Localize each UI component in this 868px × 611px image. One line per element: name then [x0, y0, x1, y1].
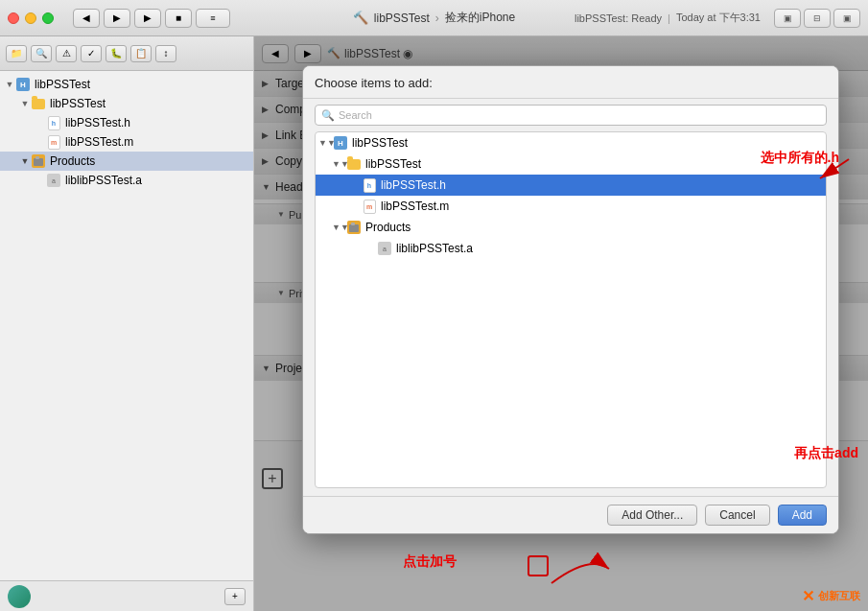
dialog-arrow-libfolder: ▼ — [335, 158, 346, 170]
products-icon — [31, 153, 46, 169]
sidebar-label-root: libPSSTest — [35, 78, 249, 91]
dialog-label-m-file: libPSSTest.m — [381, 200, 820, 213]
titlebar-center: 🔨 libPSSTest › 捡来的iPhone — [353, 10, 515, 26]
dialog-overlay: Choose items to add: 🔍 Search ▼ H — [254, 36, 868, 611]
titlebar-controls: ◀ ▶ ▶ ■ ≡ — [73, 9, 230, 28]
sidebar-toolbar: 📁 🔍 ⚠ ✓ 🐛 📋 ↕ — [0, 36, 253, 71]
search-placeholder: Search — [339, 109, 820, 121]
watermark: ✕ 创新互联 — [802, 587, 860, 605]
dialog-item-libfolder[interactable]: ▼ libPSSTest — [316, 153, 826, 175]
back-button[interactable]: ◀ — [73, 9, 100, 28]
sidebar-item-m-file[interactable]: m libPSSTest.m — [0, 132, 253, 152]
center-panel-toggle[interactable]: ⊟ — [804, 9, 831, 28]
search-icon: 🔍 — [321, 109, 335, 122]
dialog-item-m-file[interactable]: m libPSSTest.m — [316, 196, 826, 217]
dialog-project-icon: H — [333, 135, 348, 151]
dialog-products-icon — [346, 220, 362, 235]
h-file-icon: h — [46, 115, 61, 130]
svg-rect-1 — [35, 156, 39, 159]
cancel-button[interactable]: Cancel — [705, 505, 769, 526]
sidebar-item-h-file[interactable]: h libPSSTest.h — [0, 113, 253, 132]
sidebar-item-libfolder[interactable]: libPSSTest — [0, 94, 253, 113]
sidebar-label-products: Products — [50, 154, 249, 168]
stop-button[interactable]: ■ — [165, 9, 192, 28]
dialog-h-file-icon: h — [362, 177, 377, 193]
dialog-lib-icon: a — [377, 241, 392, 256]
add-other-button[interactable]: Add Other... — [607, 505, 697, 526]
folder-icon — [31, 96, 46, 111]
xcode-icon: 🔨 — [353, 11, 368, 25]
dialog-label-lib-a: liblibPSSTest.a — [396, 242, 820, 255]
sidebar-label-lib-a: liblibPSSTest.a — [65, 174, 249, 187]
dialog-item-h-file[interactable]: h libPSSTest.h — [316, 175, 826, 196]
sidebar-add-btn[interactable]: + — [224, 588, 246, 605]
lib-file-icon: a — [46, 173, 61, 188]
forward-button[interactable]: ▶ — [104, 9, 130, 28]
traffic-lights — [8, 12, 54, 24]
svg-rect-3 — [351, 223, 355, 225]
dialog-title: Choose items to add: — [315, 76, 433, 90]
status-bar: libPSSTest: Ready | Today at 下午3:31 ▣ ⊟ … — [575, 9, 860, 28]
status-ready-text: libPSSTest: Ready — [575, 12, 662, 24]
dialog-label-products: Products — [365, 221, 820, 234]
search-btn[interactable]: 🔍 — [31, 45, 52, 62]
add-button[interactable]: Add — [778, 505, 827, 526]
sidebar-item-products[interactable]: Products — [0, 152, 253, 171]
dialog-arrow-products: ▼ — [335, 222, 346, 233]
avatar — [8, 585, 31, 608]
close-button[interactable] — [8, 12, 19, 24]
sidebar-bottom: + — [0, 580, 253, 611]
tree-arrow-libfolder — [19, 98, 31, 109]
right-panel-toggle[interactable]: ▣ — [833, 9, 860, 28]
tree-arrow-products — [19, 155, 31, 167]
dialog-label-root: libPSSTest — [352, 136, 820, 150]
dialog-item-products[interactable]: ▼ Products — [316, 217, 826, 238]
dialog-label-libfolder: libPSSTest — [365, 157, 820, 171]
dialog-item-root[interactable]: ▼ H libPSSTest — [316, 132, 826, 153]
device-title: 捡来的iPhone — [445, 10, 515, 26]
chevron-icon: › — [435, 12, 439, 25]
left-panel-toggle[interactable]: ▣ — [774, 9, 801, 28]
main-layout: 📁 🔍 ⚠ ✓ 🐛 📋 ↕ H libPSSTest — [0, 36, 868, 611]
minimize-button[interactable] — [25, 12, 36, 24]
vcs-btn[interactable]: ↕ — [155, 45, 176, 62]
dialog-label-h-file: libPSSTest.h — [381, 178, 820, 192]
sidebar-label-libfolder: libPSSTest — [50, 97, 249, 110]
dialog-buttons: Add Other... Cancel Add — [303, 496, 838, 533]
titlebar: ◀ ▶ ▶ ■ ≡ 🔨 libPSSTest › 捡来的iPhone libPS… — [0, 0, 868, 36]
test-btn[interactable]: ✓ — [81, 45, 102, 62]
sidebar-item-lib-a[interactable]: a liblibPSSTest.a — [0, 171, 253, 190]
warning-btn[interactable]: ⚠ — [56, 45, 77, 62]
svg-rect-0 — [34, 158, 43, 166]
watermark-text: 创新互联 — [818, 589, 860, 603]
scheme-selector[interactable]: ≡ — [196, 9, 230, 28]
dialog-item-lib-a[interactable]: a liblibPSSTest.a — [316, 238, 826, 259]
project-title: libPSSTest — [374, 12, 430, 25]
svg-rect-2 — [349, 224, 359, 232]
dialog-m-file-icon: m — [362, 199, 377, 214]
add-items-dialog: Choose items to add: 🔍 Search ▼ H — [302, 65, 839, 534]
sidebar-label-m-file: libPSSTest.m — [65, 135, 249, 149]
debug-btn[interactable]: 🐛 — [106, 45, 127, 62]
sidebar-content: H libPSSTest libPSSTest h — [0, 71, 253, 580]
right-panel: ◀ ▶ 🔨 libPSSTest ◉ ▶ Target Dependencies… — [254, 36, 868, 611]
run-button[interactable]: ▶ — [134, 9, 161, 28]
dialog-search-area: 🔍 Search — [303, 99, 838, 131]
sidebar: 📁 🔍 ⚠ ✓ 🐛 📋 ↕ H libPSSTest — [0, 36, 254, 611]
sidebar-label-h-file: libPSSTest.h — [65, 116, 249, 129]
project-icon: H — [15, 77, 31, 92]
tree-arrow-root — [4, 79, 15, 90]
dialog-file-tree: ▼ H libPSSTest ▼ libPSSTest — [315, 131, 827, 488]
dialog-arrow-root: ▼ — [321, 137, 333, 149]
maximize-button[interactable] — [42, 12, 54, 24]
sidebar-item-root[interactable]: H libPSSTest — [0, 75, 253, 94]
search-box[interactable]: 🔍 Search — [315, 105, 827, 126]
report-btn[interactable]: 📋 — [130, 45, 152, 62]
dialog-title-bar: Choose items to add: — [303, 66, 838, 99]
dialog-folder-icon — [346, 156, 362, 172]
folder-btn[interactable]: 📁 — [6, 45, 27, 62]
status-time: Today at 下午3:31 — [676, 11, 761, 25]
m-file-icon: m — [46, 134, 61, 150]
